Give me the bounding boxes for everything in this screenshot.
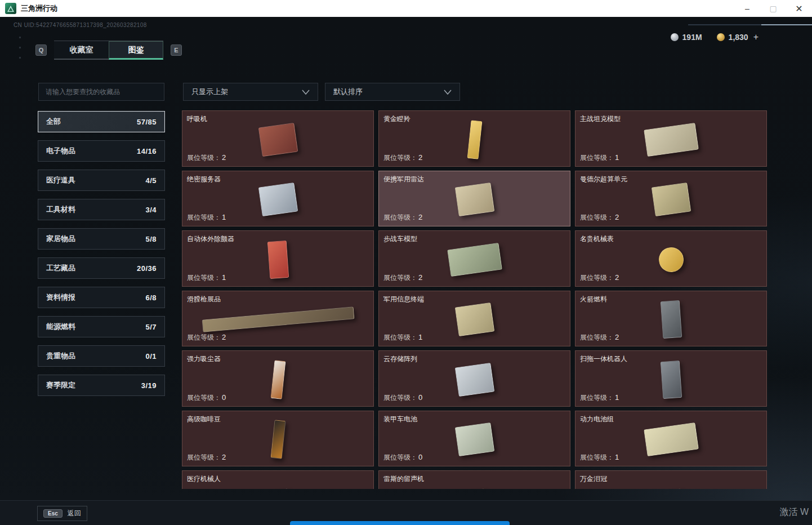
- item-name: 步战车模型: [383, 234, 417, 244]
- display-level: 展位等级：2: [383, 153, 422, 163]
- collection-item-card[interactable]: 强力吸尘器 展位等级：0: [182, 350, 374, 407]
- item-name: 装甲车电池: [383, 415, 417, 424]
- filter-dropdown-listed[interactable]: 只显示上架: [183, 83, 318, 101]
- collection-item-card[interactable]: 医疗机械人 展位等级：: [182, 470, 374, 489]
- category-label: 资料情报: [46, 292, 75, 302]
- display-level-value: 1: [615, 153, 619, 162]
- display-level-label: 展位等级：: [187, 213, 221, 221]
- decor-line: [688, 24, 812, 25]
- display-level-label: 展位等级：: [187, 394, 221, 402]
- collection-item-card[interactable]: 便携军用雷达 展位等级：2: [378, 171, 570, 227]
- collection-item-card[interactable]: 云存储阵列 展位等级：0: [378, 350, 570, 407]
- display-level: 展位等级：1: [580, 453, 619, 462]
- display-level: 展位等级：1: [580, 393, 619, 403]
- tab-catalog[interactable]: 图鉴: [109, 41, 163, 60]
- collection-item-card[interactable]: 名贵机械表 展位等级：2: [575, 230, 767, 287]
- item-name: 滑膛枪展品: [187, 295, 221, 304]
- collection-item-card[interactable]: 滑膛枪展品 展位等级：2: [182, 291, 374, 347]
- display-level-label: 展位等级：: [383, 453, 417, 461]
- maximize-button[interactable]: ▢: [760, 0, 786, 17]
- category-count: 14/16: [137, 147, 157, 155]
- category-item[interactable]: 赛季限定 3/19: [38, 375, 165, 396]
- tab-collection-room[interactable]: 收藏室: [54, 41, 109, 60]
- collection-item-card[interactable]: 步战车模型 展位等级：2: [378, 230, 570, 287]
- item-image: [644, 123, 699, 157]
- display-level-label: 展位等级：: [580, 394, 614, 402]
- category-item[interactable]: 资料情报 6/8: [38, 287, 165, 308]
- category-item[interactable]: 全部 57/85: [38, 111, 165, 132]
- category-item[interactable]: 电子物品 14/16: [38, 140, 165, 162]
- collection-item-card[interactable]: 万金泪冠 展位等级：: [575, 470, 767, 489]
- display-level-label: 展位等级：: [580, 453, 614, 461]
- collection-item-card[interactable]: 动力电池组 展位等级：1: [575, 411, 767, 467]
- display-level-label: 展位等级：: [187, 154, 221, 162]
- collection-item-card[interactable]: 绝密服务器 展位等级：1: [182, 171, 374, 227]
- collection-item-card[interactable]: 火箭燃料 展位等级：2: [575, 291, 767, 347]
- collection-item-card[interactable]: 雷斯的留声机 展位等级：: [378, 470, 570, 489]
- item-name: 高级咖啡豆: [187, 415, 221, 424]
- item-image: [258, 183, 298, 216]
- collection-item-card[interactable]: 自动体外除颤器 展位等级：1: [182, 230, 374, 287]
- search-input[interactable]: [39, 83, 164, 100]
- item-name: 云存储阵列: [383, 354, 417, 364]
- collection-item-card[interactable]: 高级咖啡豆 展位等级：2: [182, 411, 374, 467]
- display-level-label: 展位等级：: [187, 333, 221, 341]
- display-level-value: 2: [222, 153, 226, 162]
- minimize-button[interactable]: –: [734, 0, 760, 17]
- category-count: 4/5: [145, 176, 157, 185]
- display-level-value: 2: [418, 213, 422, 221]
- display-level: 展位等级：1: [187, 213, 226, 223]
- category-label: 赛季限定: [46, 380, 75, 390]
- add-currency-button[interactable]: +: [753, 32, 759, 42]
- category-label: 工艺藏品: [46, 263, 75, 273]
- collection-item-card[interactable]: 军用信息终端 展位等级：1: [378, 291, 570, 347]
- esc-key-badge: Esc: [43, 509, 63, 518]
- item-image: [657, 246, 685, 274]
- display-level-label: 展位等级：: [580, 333, 614, 341]
- category-label: 医疗道具: [46, 175, 75, 185]
- category-count: 5/7: [145, 323, 157, 331]
- item-name: 雷斯的留声机: [383, 474, 424, 484]
- collection-item-card[interactable]: 呼吸机 展位等级：2: [182, 110, 374, 167]
- back-label: 返回: [68, 509, 81, 518]
- display-level-label: 展位等级：: [580, 274, 614, 282]
- collection-item-card[interactable]: 主战坦克模型 展位等级：1: [575, 110, 767, 167]
- item-name: 名贵机械表: [580, 234, 614, 244]
- item-name: 强力吸尘器: [187, 354, 221, 364]
- tab-bar: Q 收藏室 图鉴 E: [35, 41, 182, 60]
- category-item[interactable]: 工具材料 3/4: [38, 199, 165, 220]
- item-image: [651, 183, 691, 216]
- chevron-down-icon: [444, 90, 452, 95]
- collection-item-card[interactable]: 装甲车电池 展位等级：0: [378, 411, 570, 467]
- category-item[interactable]: 能源燃料 5/7: [38, 316, 165, 337]
- sort-dropdown[interactable]: 默认排序: [325, 83, 460, 101]
- item-image: [267, 241, 289, 279]
- display-level-value: 2: [615, 213, 619, 221]
- category-item[interactable]: 家居物品 5/8: [38, 228, 165, 250]
- category-count: 0/1: [145, 352, 157, 361]
- item-image: [467, 120, 482, 159]
- item-image: [454, 422, 494, 456]
- item-name: 医疗机械人: [187, 474, 221, 484]
- item-image: [202, 306, 354, 332]
- category-item[interactable]: 贵重物品 0/1: [38, 345, 165, 367]
- item-name: 曼德尔超算单元: [580, 175, 627, 184]
- collection-item-card[interactable]: 黄金瞪羚 展位等级：2: [378, 110, 570, 167]
- display-level-label: 展位等级：: [383, 154, 417, 162]
- activate-windows-watermark: 激活 W: [779, 506, 809, 518]
- window-controls: – ▢ ✕: [734, 0, 812, 17]
- display-level-label: 展位等级：: [383, 213, 417, 221]
- item-name: 黄金瞪羚: [383, 114, 411, 124]
- category-count: 3/19: [141, 381, 157, 390]
- category-sidebar: 全部 57/85 电子物品 14/16 医疗道具 4/5 工具材料 3/4 家居…: [38, 111, 165, 404]
- category-item[interactable]: 工艺藏品 20/36: [38, 257, 165, 279]
- display-level-value: 1: [615, 453, 619, 461]
- collection-item-card[interactable]: 曼德尔超算单元 展位等级：2: [575, 171, 767, 227]
- close-button[interactable]: ✕: [786, 0, 812, 17]
- gold-amount: 1,830: [729, 33, 748, 42]
- collection-item-card[interactable]: 扫拖一体机器人 展位等级：1: [575, 350, 767, 407]
- item-image: [644, 422, 699, 456]
- back-button[interactable]: Esc 返回: [37, 506, 87, 521]
- category-count: 5/8: [145, 235, 157, 243]
- category-item[interactable]: 医疗道具 4/5: [38, 170, 165, 191]
